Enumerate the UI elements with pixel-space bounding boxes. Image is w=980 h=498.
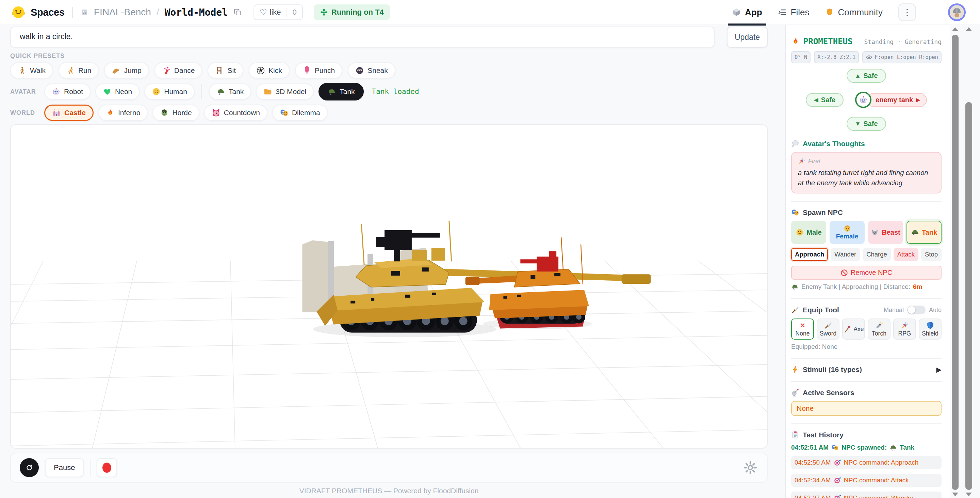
preset-dance[interactable]: Dance [154, 62, 202, 79]
command-wander[interactable]: Wander [830, 248, 860, 261]
avatar-tank[interactable]: Tank [209, 83, 251, 100]
world-viewport-canvas[interactable] [11, 125, 767, 448]
user-avatar[interactable] [948, 3, 966, 21]
scroll-down-arrow-icon[interactable] [952, 493, 958, 496]
target-icon [834, 477, 841, 484]
toggle-knob[interactable] [908, 306, 915, 314]
npc-distance: 6m [913, 283, 922, 290]
restart-button[interactable] [20, 458, 39, 477]
more-menu-button[interactable]: ⋮ [898, 3, 916, 21]
tool-torch[interactable]: Torch [868, 319, 891, 340]
command-charge[interactable]: Charge [862, 248, 891, 261]
preset-sneak[interactable]: Sneak [348, 62, 395, 79]
world-inferno[interactable]: Inferno [98, 105, 148, 121]
helmet-icon [911, 228, 919, 236]
equip-mode-toggle[interactable] [907, 306, 926, 314]
preset-jump[interactable]: Jump [104, 62, 149, 79]
thought-action: Fire! [798, 157, 935, 165]
thoughts-header: Avatar's Thoughts [791, 140, 942, 148]
spawn-male-button[interactable]: Male [791, 221, 826, 244]
world-row: WORLD Castle Inferno Horde Countdown Dil… [10, 105, 768, 121]
avatar-human[interactable]: Human [144, 83, 195, 100]
scroll-down-arrow-icon[interactable] [966, 493, 972, 496]
robot-icon [52, 87, 60, 96]
x-icon: × [800, 321, 805, 329]
spawn-female-button[interactable]: Female [830, 221, 865, 244]
helmet-icon [791, 283, 799, 290]
copy-icon[interactable] [233, 8, 242, 17]
scroll-up-arrow-icon[interactable] [952, 27, 958, 31]
command-stop[interactable]: Stop [921, 248, 942, 261]
remove-npc-button[interactable]: Remove NPC [791, 266, 942, 280]
header-right: App Files Community ⋮ [732, 3, 966, 21]
alarm-clock-icon [212, 109, 221, 117]
update-button[interactable]: Update [727, 27, 768, 48]
dagger-icon [791, 306, 799, 314]
tool-shield[interactable]: Shield [919, 319, 942, 340]
auto-label: Auto [929, 306, 942, 314]
move-right-enemy-button[interactable]: enemy tank ▶ [867, 93, 927, 107]
nav-mid-row: ◀ Safe enemy tank ▶ [791, 92, 942, 108]
move-left-button[interactable]: ◀ Safe [806, 93, 843, 107]
folder-icon [263, 87, 272, 96]
tool-rpg[interactable]: RPG [893, 319, 916, 340]
avatar-robot[interactable]: Robot [44, 83, 91, 100]
command-attack[interactable]: Attack [894, 248, 918, 261]
footer-credit: VIDRAFT PROMETHEUS — Powered by FloodDif… [10, 487, 768, 495]
spawn-npc-header: Spawn NPC [791, 209, 942, 217]
pause-button[interactable]: Pause [45, 458, 84, 477]
expand-arrow-icon[interactable]: ▶ [937, 366, 942, 374]
tool-sword[interactable]: Sword [817, 319, 840, 340]
breadcrumb-owner[interactable]: FINAL-Bench [94, 7, 151, 18]
avatar-3d-model[interactable]: 3D Model [256, 83, 314, 100]
tool-axe[interactable]: Axe [842, 319, 865, 340]
spawn-tank-button[interactable]: Tank [907, 221, 942, 244]
scroll-up-arrow-icon[interactable] [966, 27, 972, 31]
running-status-badge[interactable]: Running on T4 [314, 5, 390, 20]
page-scrollbar[interactable] [966, 25, 972, 498]
preset-run[interactable]: Run [59, 62, 99, 79]
move-up-button[interactable]: ▲ Safe [846, 69, 886, 83]
down-arrow-icon: ▼ [855, 121, 861, 127]
history-entry: 04:52:07 AM NPC command: Wander [791, 492, 942, 498]
settings-button[interactable] [743, 460, 758, 476]
world-castle[interactable]: Castle [44, 105, 94, 121]
scrollbar-thumb[interactable] [952, 35, 959, 490]
avatar-selected-tank[interactable]: Tank [318, 83, 363, 101]
command-approach[interactable]: Approach [791, 248, 828, 261]
row-divider [202, 84, 202, 99]
tab-app[interactable]: App [732, 7, 762, 18]
move-down-button[interactable]: ▼ Safe [846, 117, 886, 131]
world-viewport[interactable] [10, 124, 768, 449]
world-dilemma[interactable]: Dilemma [272, 105, 328, 121]
avatar-neon[interactable]: Neon [95, 83, 140, 100]
green-heart-icon [103, 87, 111, 96]
like-count[interactable]: 0 [286, 8, 302, 17]
face-icon [152, 87, 161, 96]
equip-tool-header: Equip Tool [791, 306, 839, 314]
world-countdown[interactable]: Countdown [204, 105, 267, 121]
preset-walk[interactable]: Walk [10, 62, 53, 79]
preset-sit[interactable]: Sit [208, 62, 243, 79]
world-horde[interactable]: Horde [153, 105, 199, 121]
like-button[interactable]: ♡like 0 [253, 5, 303, 20]
scrollbar-thumb[interactable] [966, 102, 972, 490]
preset-punch[interactable]: Punch [295, 62, 343, 79]
cube-icon [732, 8, 741, 17]
spawn-beast-button[interactable]: Beast [868, 221, 903, 244]
nav-down-row: ▼ Safe [791, 117, 942, 131]
stimuli-section[interactable]: Stimuli (16 types) ▶ [791, 358, 942, 374]
prompt-row: walk in a circle. Update [10, 27, 768, 48]
tab-community[interactable]: Community [825, 7, 883, 18]
prompt-input[interactable]: walk in a circle. [10, 27, 714, 48]
preset-kick[interactable]: Kick [249, 62, 290, 79]
test-history-header: Test History [791, 431, 942, 439]
tool-none[interactable]: × None [791, 319, 814, 340]
breadcrumb-repo[interactable]: World-Model [165, 7, 228, 18]
npc-position-badge[interactable] [855, 92, 872, 108]
castle-icon [52, 109, 61, 117]
tab-files[interactable]: Files [778, 7, 810, 18]
record-button[interactable] [97, 458, 117, 477]
sidebar-scrollbar[interactable] [952, 25, 959, 498]
walking-person-icon [18, 66, 27, 75]
